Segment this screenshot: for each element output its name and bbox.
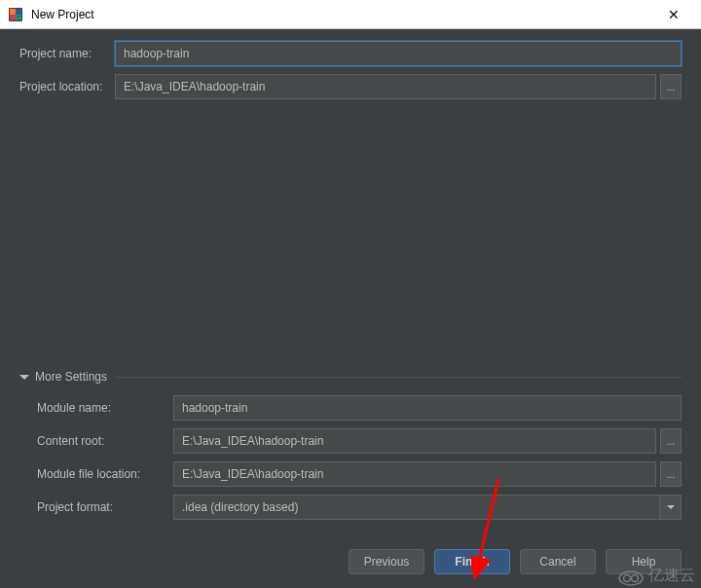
content-root-row: Content root: ... [19, 428, 682, 454]
svg-point-8 [624, 574, 631, 581]
titlebar: New Project ✕ [0, 0, 701, 29]
watermark: 亿速云 [617, 566, 695, 586]
project-name-label: Project name: [19, 47, 115, 60]
spacer [19, 107, 682, 370]
svg-rect-4 [16, 15, 21, 20]
project-name-row: Project name: [19, 41, 682, 66]
finish-button[interactable]: Finish [434, 549, 510, 574]
more-settings-label: More Settings [35, 370, 107, 384]
module-name-input[interactable] [173, 395, 682, 421]
window-title: New Project [31, 8, 654, 21]
content-root-label: Content root: [37, 434, 173, 448]
project-format-value: .idea (directory based) [173, 495, 660, 520]
svg-rect-2 [16, 9, 21, 15]
close-icon: ✕ [668, 7, 680, 22]
project-location-input[interactable] [115, 74, 656, 99]
more-settings-expander[interactable]: More Settings [19, 370, 682, 384]
svg-rect-1 [10, 9, 16, 15]
module-name-row: Module name: [19, 395, 682, 421]
project-format-label: Project format: [37, 500, 173, 514]
project-location-row: Project location: ... [19, 74, 682, 99]
watermark-text: 亿速云 [648, 566, 695, 586]
module-file-label: Module file location: [37, 467, 173, 481]
svg-point-9 [632, 574, 639, 581]
svg-rect-3 [10, 15, 16, 20]
content-root-browse-button[interactable]: ... [660, 428, 682, 454]
dialog-body: Project name: Project location: ... More… [0, 29, 701, 588]
app-icon [8, 7, 23, 22]
project-location-browse-button[interactable]: ... [660, 74, 682, 99]
project-name-input[interactable] [115, 41, 682, 66]
select-dropdown-button[interactable] [660, 495, 682, 520]
divider [115, 377, 682, 378]
module-file-browse-button[interactable]: ... [660, 461, 682, 487]
module-name-label: Module name: [37, 401, 173, 415]
button-row: Previous Finish Cancel Help [19, 549, 682, 574]
project-location-label: Project location: [19, 80, 115, 93]
chevron-down-icon [667, 505, 675, 509]
project-format-row: Project format: .idea (directory based) [19, 495, 682, 520]
module-file-row: Module file location: ... [19, 461, 682, 487]
ellipsis-icon: ... [667, 469, 675, 480]
previous-button[interactable]: Previous [349, 549, 424, 574]
content-root-input[interactable] [173, 428, 656, 454]
project-format-select[interactable]: .idea (directory based) [173, 495, 682, 520]
ellipsis-icon: ... [667, 82, 675, 92]
more-settings-panel: Module name: Content root: ... Module fi… [19, 395, 682, 528]
ellipsis-icon: ... [667, 436, 675, 447]
cancel-button[interactable]: Cancel [520, 549, 596, 574]
chevron-down-icon [19, 375, 29, 380]
module-file-input[interactable] [173, 461, 656, 487]
close-button[interactable]: ✕ [654, 1, 693, 28]
cloud-icon [617, 567, 645, 586]
